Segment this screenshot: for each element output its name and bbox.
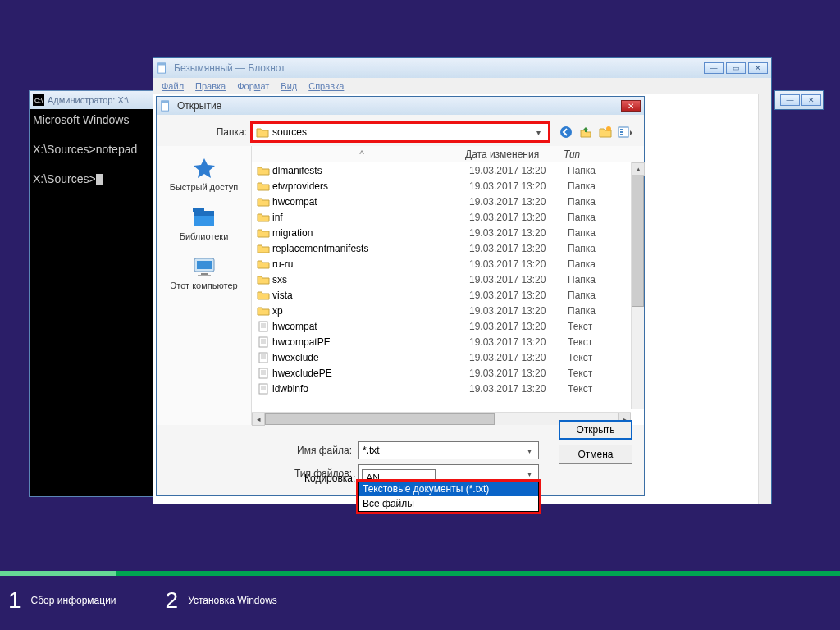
menu-help[interactable]: Справка bbox=[304, 80, 349, 93]
computer-icon bbox=[191, 255, 217, 278]
setup-window-fragment: — ✕ bbox=[774, 90, 824, 110]
nav-back-icon[interactable] bbox=[559, 125, 573, 139]
menu-edit[interactable]: Правка bbox=[190, 80, 231, 93]
file-row[interactable]: ru-ru19.03.2017 13:20Папка bbox=[252, 256, 631, 272]
cmd-line-2: X:\Sources>notepad bbox=[33, 143, 137, 156]
column-name-sort[interactable]: ^ bbox=[252, 148, 465, 160]
file-date: 19.03.2017 13:20 bbox=[469, 290, 568, 301]
file-date: 19.03.2017 13:20 bbox=[469, 243, 568, 254]
file-name: hwexcludePE bbox=[272, 368, 469, 379]
notepad-close-button[interactable]: ✕ bbox=[748, 62, 768, 74]
file-row[interactable]: hwcompat19.03.2017 13:20Папка bbox=[252, 194, 631, 209]
svg-point-4 bbox=[560, 126, 572, 138]
file-name: inf bbox=[272, 212, 469, 223]
svg-rect-9 bbox=[620, 134, 623, 135]
star-icon bbox=[191, 157, 217, 180]
file-type: Папка bbox=[568, 305, 596, 317]
folder-combo[interactable]: sources ▾ bbox=[252, 123, 549, 141]
column-date[interactable]: Дата изменения bbox=[465, 148, 564, 160]
open-dialog-toolbar: Папка: sources ▾ bbox=[157, 115, 644, 146]
svg-rect-14 bbox=[197, 261, 212, 269]
svg-point-5 bbox=[606, 126, 611, 131]
notepad-minimize-button[interactable]: — bbox=[704, 62, 724, 74]
file-row[interactable]: replacementmanifests19.03.2017 13:20Папк… bbox=[252, 240, 631, 256]
open-dialog-titlebar[interactable]: Открытие ✕ bbox=[157, 97, 644, 115]
file-date: 19.03.2017 13:20 bbox=[469, 352, 568, 363]
file-date: 19.03.2017 13:20 bbox=[469, 274, 568, 285]
scroll-up-button[interactable]: ▴ bbox=[632, 162, 645, 176]
step-2: 2 Установка Windows bbox=[166, 587, 277, 614]
nav-up-icon[interactable] bbox=[578, 125, 593, 139]
file-name: dlmanifests bbox=[272, 165, 469, 176]
place-libraries[interactable]: Библиотеки bbox=[157, 200, 251, 249]
place-libraries-label: Библиотеки bbox=[180, 231, 229, 241]
hscroll-thumb[interactable] bbox=[265, 413, 495, 425]
file-type: Папка bbox=[568, 258, 596, 270]
filename-input[interactable]: *.txt ▾ bbox=[358, 441, 539, 459]
folder-label: Папка: bbox=[168, 126, 247, 138]
file-row[interactable]: inf19.03.2017 13:20Папка bbox=[252, 209, 631, 225]
list-vscrollbar[interactable]: ▴ bbox=[631, 162, 644, 409]
place-quick-access[interactable]: Быстрый доступ bbox=[157, 151, 251, 200]
file-row[interactable]: hwcompat19.03.2017 13:20Текст bbox=[252, 318, 631, 334]
file-date: 19.03.2017 13:20 bbox=[469, 227, 568, 239]
menu-format[interactable]: Формат bbox=[232, 80, 274, 93]
file-row[interactable]: xp19.03.2017 13:20Папка bbox=[252, 303, 631, 318]
file-row[interactable]: dlmanifests19.03.2017 13:20Папка bbox=[252, 162, 631, 178]
menu-file[interactable]: Файл bbox=[157, 80, 189, 93]
filetype-dropdown[interactable]: Текстовые документы (*.txt) Все файлы bbox=[358, 482, 539, 512]
file-row[interactable]: hwcompatPE19.03.2017 13:20Текст bbox=[252, 334, 631, 349]
file-type: Текст bbox=[568, 383, 592, 395]
menu-view[interactable]: Вид bbox=[276, 80, 302, 93]
file-name: hwexclude bbox=[272, 352, 469, 363]
notepad-scrollbar[interactable] bbox=[758, 94, 771, 504]
file-row[interactable]: sxs19.03.2017 13:20Папка bbox=[252, 272, 631, 287]
file-type: Текст bbox=[568, 368, 592, 379]
file-row[interactable]: etwproviders19.03.2017 13:20Папка bbox=[252, 178, 631, 194]
file-type: Папка bbox=[568, 196, 596, 208]
file-name: sxs bbox=[272, 274, 469, 285]
place-this-pc-label: Этот компьютер bbox=[170, 281, 237, 290]
notepad-maximize-button[interactable]: ▭ bbox=[726, 62, 746, 74]
minimize-button[interactable]: — bbox=[780, 94, 800, 106]
chevron-down-icon: ▾ bbox=[532, 128, 545, 137]
view-menu-icon[interactable] bbox=[618, 125, 632, 139]
folder-icon bbox=[256, 126, 269, 138]
file-row[interactable]: hwexcludePE19.03.2017 13:20Текст bbox=[252, 365, 631, 381]
filetype-option-txt[interactable]: Текстовые документы (*.txt) bbox=[359, 482, 538, 496]
close-button[interactable]: ✕ bbox=[801, 94, 821, 106]
file-name: idwbinfo bbox=[272, 383, 469, 395]
svg-rect-29 bbox=[259, 368, 267, 378]
cmd-cursor bbox=[96, 174, 103, 185]
file-type: Папка bbox=[568, 243, 596, 254]
encoding-label: Кодировка: bbox=[304, 472, 355, 484]
file-date: 19.03.2017 13:20 bbox=[469, 305, 568, 317]
file-type: Текст bbox=[568, 352, 592, 363]
notepad-titlebar[interactable]: Безымянный — Блокнот — ▭ ✕ bbox=[153, 58, 771, 78]
scroll-left-button[interactable]: ◂ bbox=[252, 413, 265, 426]
open-dialog[interactable]: Открытие ✕ Папка: sources ▾ Быстрый дост… bbox=[156, 96, 645, 496]
installer-footer: 1 Сбор информации 2 Установка Windows bbox=[0, 571, 840, 630]
new-folder-icon[interactable] bbox=[598, 125, 613, 139]
file-date: 19.03.2017 13:20 bbox=[469, 321, 568, 332]
file-row[interactable]: idwbinfo19.03.2017 13:20Текст bbox=[252, 381, 631, 396]
file-date: 19.03.2017 13:20 bbox=[469, 212, 568, 223]
notepad-menubar[interactable]: Файл Правка Формат Вид Справка bbox=[153, 78, 771, 94]
filetype-option-all[interactable]: Все файлы bbox=[359, 496, 538, 511]
file-row[interactable]: hwexclude19.03.2017 13:20Текст bbox=[252, 349, 631, 365]
file-row[interactable]: migration19.03.2017 13:20Папка bbox=[252, 225, 631, 240]
svg-rect-16 bbox=[198, 275, 211, 276]
scroll-thumb[interactable] bbox=[632, 176, 644, 307]
svg-rect-21 bbox=[259, 337, 267, 347]
open-dialog-close-button[interactable]: ✕ bbox=[621, 100, 641, 112]
file-row[interactable]: vista19.03.2017 13:20Папка bbox=[252, 287, 631, 303]
svg-rect-3 bbox=[162, 101, 169, 103]
file-date: 19.03.2017 13:20 bbox=[469, 336, 568, 348]
list-header[interactable]: ^ Дата изменения Тип bbox=[252, 146, 644, 162]
file-list[interactable]: ^ Дата изменения Тип dlmanifests19.03.20… bbox=[252, 146, 644, 425]
file-name: hwcompatPE bbox=[272, 336, 469, 348]
place-this-pc[interactable]: Этот компьютер bbox=[157, 249, 251, 299]
column-type[interactable]: Тип bbox=[564, 148, 596, 160]
file-type: Папка bbox=[568, 180, 596, 192]
svg-rect-17 bbox=[259, 322, 267, 331]
